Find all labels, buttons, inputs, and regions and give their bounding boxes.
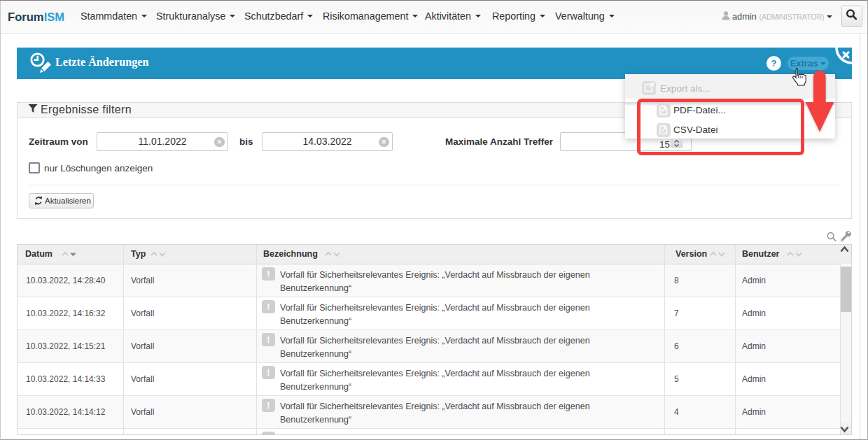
- svg-text:P: P: [662, 108, 665, 113]
- svg-text:x: x: [662, 128, 664, 133]
